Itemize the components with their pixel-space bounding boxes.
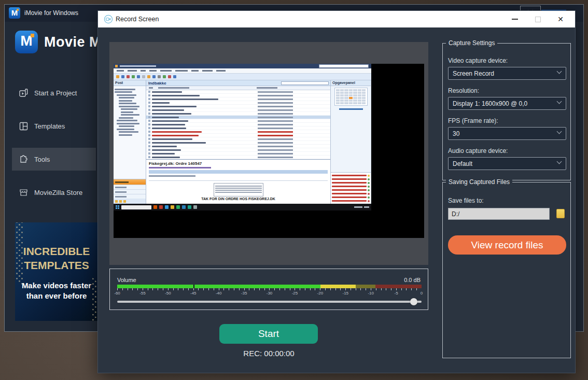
- email-subject-bar: [152, 138, 192, 140]
- email-row: [146, 130, 330, 134]
- folder-tree-item: [121, 114, 139, 116]
- taskbar-app-icon: [182, 205, 186, 209]
- windows-start-icon: [116, 205, 119, 209]
- start-record-button[interactable]: Start: [219, 324, 318, 344]
- email-date-bar: [258, 91, 293, 93]
- calendar-cell: [358, 100, 361, 102]
- email-row: [146, 108, 330, 112]
- toolbar-icon: [116, 75, 119, 78]
- email-row: [146, 112, 330, 116]
- task-text-bar: [332, 200, 367, 202]
- task-text-bar: [332, 186, 367, 187]
- taskbar-app-icon: [153, 205, 157, 209]
- outlook-titlebar: [114, 64, 371, 68]
- task-item: [332, 185, 370, 188]
- calendar-cell: [362, 94, 366, 96]
- volume-slider[interactable]: [117, 297, 422, 306]
- volume-db-value: 0.0 dB: [404, 277, 421, 283]
- email-subject-bar: [152, 146, 177, 147]
- meter-tick-label: -60: [114, 291, 120, 295]
- sidebar-item-start-a-project[interactable]: Start a Project: [12, 81, 96, 104]
- taskbar-app-icon: [193, 205, 197, 209]
- meter-tick-label: -30: [267, 291, 273, 295]
- toolbar-icon: [137, 75, 140, 78]
- task-status-dot: [368, 178, 370, 180]
- email-subject-bar: [152, 120, 188, 122]
- folder-tree-item: [117, 94, 136, 96]
- sidebar-item-templates[interactable]: Templates: [12, 115, 96, 137]
- resolution-dropdown[interactable]: Display 1: 1600x900 @ 0,0: [448, 97, 566, 110]
- templates-ad-banner[interactable]: INCREDIBLE TEMPLATES Make videos faster …: [15, 222, 98, 321]
- preview-panel: Post Indbakke: [109, 42, 428, 265]
- sidebar-item-tools[interactable]: Tools: [12, 148, 96, 171]
- task-item: [332, 174, 370, 177]
- toolbar-icon: [163, 75, 166, 78]
- save-path-input[interactable]: [448, 208, 550, 220]
- reading-pane-infobar: [149, 170, 328, 174]
- minimize-icon: [512, 19, 518, 20]
- email-row: [146, 90, 330, 94]
- menu-item-bar: [117, 70, 124, 72]
- folder-tree-item: [119, 125, 134, 127]
- folder-tree-item: [115, 91, 132, 93]
- email-row: [146, 116, 330, 119]
- email-subject-bar: [152, 91, 182, 93]
- view-record-files-button[interactable]: View record files: [448, 235, 566, 255]
- toolbar-icon: [132, 75, 135, 78]
- audio-device-dropdown[interactable]: Default: [448, 157, 566, 170]
- chevron-down-icon: [557, 129, 562, 134]
- tools-icon: [19, 155, 28, 164]
- sidebar-item-label: Templates: [34, 122, 65, 130]
- volume-slider-track[interactable]: [117, 301, 422, 303]
- meter-tick-label: -25: [292, 291, 298, 295]
- outlook-folder-pane: Post: [114, 80, 146, 204]
- fps-dropdown[interactable]: 30: [448, 127, 566, 140]
- minimize-button[interactable]: [503, 11, 526, 27]
- reading-pane-address: [149, 167, 211, 168]
- calendar-cell: [340, 97, 344, 99]
- browse-folder-button[interactable]: [556, 208, 565, 219]
- close-button[interactable]: ✕: [549, 11, 572, 27]
- save-to-label: Save files to:: [448, 197, 484, 204]
- email-row: [146, 156, 330, 159]
- outlook-reading-pane: Fiskegrej.dk: Ordre 140547 TAK FOR DIN O…: [146, 159, 330, 204]
- folder-tree: [114, 86, 146, 179]
- main-window-title: iMovie for Windows: [24, 9, 78, 17]
- volume-slider-handle[interactable]: [410, 298, 417, 305]
- calendar-cell: [340, 94, 344, 96]
- sidebar-item-moviezilla-store[interactable]: MovieZilla Store: [12, 181, 96, 204]
- email-subject-bar: [152, 124, 185, 125]
- maximize-button[interactable]: [526, 11, 549, 27]
- store-icon: [19, 188, 28, 197]
- email-subject-bar: [152, 109, 184, 111]
- email-row: [146, 119, 330, 123]
- email-subject-bar: [152, 106, 197, 107]
- email-date-bar: [258, 135, 293, 136]
- video-device-dropdown[interactable]: Screen Record: [448, 67, 566, 80]
- audio-device-value: Default: [453, 160, 472, 167]
- rec-counter: REC: 00:00:00: [109, 349, 428, 358]
- calendar-cell: [344, 89, 348, 91]
- email-subject-bar: [152, 153, 175, 154]
- email-date-bar: [258, 117, 293, 118]
- taskbar-search: [121, 205, 151, 209]
- folder-tree-item: [121, 111, 133, 113]
- calendar-cell: [362, 89, 366, 91]
- email-subject-bar: [152, 95, 200, 96]
- video-device-label: Video capture device:: [448, 57, 508, 64]
- folder-tree-item: [121, 108, 137, 110]
- calendar-cell: [349, 94, 353, 96]
- folder-tree-item: [119, 106, 139, 107]
- email-row: [146, 123, 330, 126]
- toolbar-icon: [127, 75, 130, 78]
- message-list-header: Indbakke: [146, 80, 330, 86]
- email-date-bar: [258, 138, 293, 140]
- calendar-cell: [358, 89, 361, 91]
- dialog-titlebar: Record Screen ✕: [98, 11, 575, 27]
- calendar-cell: [358, 97, 361, 99]
- mini-calendar: [334, 88, 368, 106]
- taskbar-app-icon: [159, 205, 163, 209]
- logo-dot: [17, 9, 19, 11]
- record-screen-icon: [104, 15, 113, 24]
- volume-meter-ticks: [117, 288, 422, 290]
